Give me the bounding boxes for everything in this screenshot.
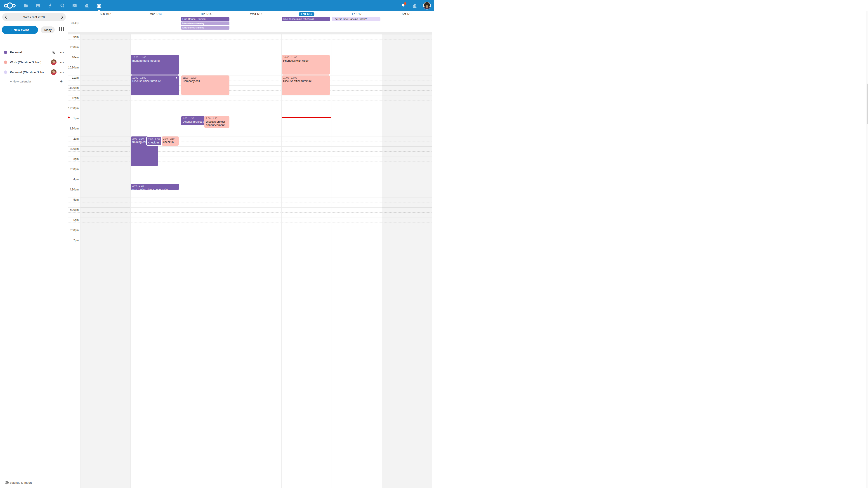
allday-separator: [68, 32, 432, 34]
grid-hour-line: [68, 218, 432, 218]
grid-quarter-line: [68, 151, 432, 152]
event-title: purchasing dept conversation: [132, 188, 178, 190]
event-title: Phonecall with Abby: [283, 59, 329, 63]
time-label: 6pm: [68, 219, 79, 222]
grid-hour-line: [68, 106, 432, 106]
grid-hour-line: [68, 116, 432, 116]
day-header-tue[interactable]: Tue 1/14: [181, 11, 231, 17]
time-label: 7pm: [68, 239, 79, 242]
grid-quarter-line: [68, 202, 432, 202]
grid-quarter-line: [68, 172, 432, 172]
event-discuss-office-furniture[interactable]: 11:00 - 12:00Discuss office furniture: [131, 75, 179, 95]
calendar-color-dot[interactable]: [4, 51, 7, 54]
mail-app-mail-icon[interactable]: [70, 0, 80, 11]
time-label: 12pm: [68, 96, 79, 100]
event-time: 11:00 - 12:00: [132, 76, 178, 79]
previous-week-icon[interactable]: [5, 15, 8, 19]
event-time: 2:00 - 2:30: [148, 138, 160, 141]
allday-event[interactable]: Line dance main rehearsal: [282, 17, 330, 21]
current-time-line: [282, 117, 331, 118]
event-time: 4:20 - 4:40: [132, 185, 178, 188]
allday-event[interactable]: Line dance training: [181, 22, 229, 25]
week-navigation[interactable]: Week 3 of 2020: [2, 13, 66, 21]
event-discuss-project-announcement[interactable]: 1:00 - 1:30Discuss project announcement: [181, 116, 205, 125]
day-header-sun[interactable]: Sun 1/12: [80, 11, 130, 17]
calendar-name: Personal (Christine Scho…: [10, 70, 47, 74]
plus-icon: +: [60, 79, 63, 84]
today-pill[interactable]: Thu 1/16: [299, 12, 315, 16]
calendar-color-dot[interactable]: [4, 70, 7, 74]
user-avatar[interactable]: [423, 2, 431, 9]
day-header-mon[interactable]: Mon 1/13: [130, 11, 181, 17]
event-time: 11:00 - 12:00: [183, 76, 228, 79]
column-divider: [332, 34, 332, 244]
event-discuss-project-announcement[interactable]: 1:00 - 1:30Discuss project announcement: [204, 116, 230, 128]
event-time: 10:00 - 11:00: [283, 56, 329, 59]
day-header-wed[interactable]: Wed 1/15: [231, 11, 281, 17]
grid-hour-line: [68, 126, 432, 126]
view-mode-icon[interactable]: [59, 27, 64, 31]
calendar-actions-icon[interactable]: ●●●: [60, 61, 64, 63]
calendar-item-2[interactable]: Work (Christine Schott)●●●: [0, 57, 68, 67]
time-label: 3pm: [68, 158, 79, 161]
calendar-actions-icon[interactable]: ●●●: [60, 71, 64, 73]
time-label: 5pm: [68, 198, 79, 201]
day-header-thu[interactable]: Thu 1/16: [281, 11, 332, 17]
calendar-item-3[interactable]: Personal (Christine Scho…●●●: [0, 67, 68, 77]
new-event-button[interactable]: + New event: [2, 26, 38, 34]
allday-event[interactable]: Line Dance Training: [181, 17, 229, 21]
new-calendar-button[interactable]: + New calendar +: [0, 78, 68, 86]
time-label: 4:30pm: [68, 188, 79, 191]
photos-app-photos-icon[interactable]: [33, 0, 43, 11]
time-label: 10am: [68, 56, 79, 59]
share-link-icon[interactable]: [51, 49, 57, 55]
grid-hour-line: [68, 65, 432, 65]
time-label: 9am: [68, 35, 79, 39]
grid-hour-line: [68, 187, 432, 187]
event-title: Discuss office furniture: [132, 79, 178, 83]
contacts-menu-icon[interactable]: [412, 3, 417, 8]
talk-app-talk-bubble-icon[interactable]: [57, 0, 67, 11]
files-app-folder-icon[interactable]: [21, 0, 31, 11]
column-divider: [80, 34, 81, 244]
time-label: 6:30pm: [68, 229, 79, 232]
event-check-in[interactable]: 2:00 - 2:30check-in: [146, 136, 162, 146]
nextcloud-logo[interactable]: [4, 2, 16, 8]
calendar-actions-icon[interactable]: ●●●: [60, 52, 64, 53]
calendar-name: Work (Christine Schott): [10, 61, 41, 64]
calendar-item-1[interactable]: Personal●●●: [0, 47, 68, 57]
grid-hour-line: [68, 75, 432, 75]
calendar-color-dot[interactable]: [4, 61, 7, 64]
event-purchasing-dept-conversation[interactable]: 4:20 - 4:40purchasing dept conversation: [131, 184, 179, 190]
calendar-week-view: Sun 1/12Mon 1/13Tue 1/14Wed 1/15Thu 1/16…: [68, 11, 434, 244]
calendar-name: Personal: [10, 51, 22, 54]
week-label: Week 3 of 2020: [23, 15, 44, 19]
day-header-sat[interactable]: Sat 1/18: [382, 11, 432, 17]
allday-section: all-day Line Dance TrainingLine dance tr…: [68, 17, 432, 32]
grid-quarter-line: [68, 192, 432, 192]
grid-quarter-line: [68, 39, 432, 40]
time-label: 11:30am: [68, 86, 79, 90]
grid-quarter-line: [68, 90, 432, 91]
event-discuss-office-furniture[interactable]: 11:00 - 12:00Discuss office furniture: [282, 75, 330, 95]
active-app-pointer: [97, 9, 101, 11]
time-label: 5:30pm: [68, 208, 79, 212]
activity-app-lightning-icon[interactable]: [45, 0, 55, 11]
allday-event[interactable]: Line dance training: [181, 26, 229, 30]
time-grid[interactable]: 9am9:30am10am10:30am11am11:30am12pm12:30…: [68, 34, 432, 244]
allday-event[interactable]: The Big Line Dancing Show!!!: [332, 17, 380, 21]
today-button[interactable]: Today: [41, 26, 55, 33]
notifications-bell-icon[interactable]: [401, 3, 406, 8]
day-header-fri[interactable]: Fri 1/17: [332, 11, 382, 17]
event-company-call[interactable]: 11:00 - 12:00Company call: [181, 75, 229, 95]
time-label: 10:30am: [68, 66, 79, 69]
time-label: 4pm: [68, 178, 79, 181]
contacts-app-contacts-icon[interactable]: [82, 0, 92, 11]
event-phonecall-with-abby[interactable]: 10:00 - 11:00Phonecall with Abby: [282, 55, 330, 74]
time-label: 1:30pm: [68, 127, 79, 130]
next-week-icon[interactable]: [60, 15, 63, 19]
topbar-right: [401, 0, 431, 11]
event-time: 11:00 - 12:00: [283, 76, 329, 79]
event-management-meeting[interactable]: 10:00 - 11:00management meeting: [131, 55, 179, 74]
event-check-in[interactable]: 2:00 - 2:30check-in: [162, 136, 179, 146]
